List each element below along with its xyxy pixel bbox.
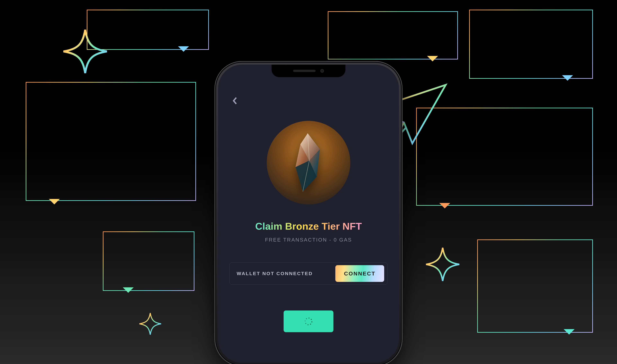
back-button[interactable] xyxy=(231,97,239,105)
wallet-status-text: WALLET NOT CONNECTED xyxy=(237,271,313,276)
sparkle-icon xyxy=(424,246,461,283)
speech-bubble-icon xyxy=(477,239,593,333)
bronze-crystal-icon xyxy=(288,132,329,193)
chevron-left-icon xyxy=(232,97,238,105)
loading-spinner-icon xyxy=(305,318,312,325)
speech-bubble-icon xyxy=(103,231,194,291)
page-subtitle: FREE TRANSACTION - 0 GAS xyxy=(218,237,399,243)
speech-bubble-icon xyxy=(26,82,196,201)
claim-button-loading[interactable] xyxy=(283,311,334,332)
sparkle-icon xyxy=(61,27,109,76)
front-camera xyxy=(320,69,324,73)
wallet-status-row: WALLET NOT CONNECTED CONNECT xyxy=(229,262,388,285)
phone-frame: Claim Bronze Tier NFT FREE TRANSACTION -… xyxy=(215,61,402,364)
phone-screen: Claim Bronze Tier NFT FREE TRANSACTION -… xyxy=(218,65,399,363)
speaker-grille xyxy=(293,70,316,72)
page-title: Claim Bronze Tier NFT xyxy=(218,221,399,232)
speech-bubble-icon xyxy=(416,108,593,206)
speech-bubble-icon xyxy=(87,10,209,50)
speech-bubble-icon xyxy=(469,10,593,79)
nft-badge xyxy=(267,121,350,204)
connect-wallet-button[interactable]: CONNECT xyxy=(335,265,384,282)
phone-notch xyxy=(271,65,346,77)
speech-bubble-icon xyxy=(328,11,458,59)
sparkle-icon xyxy=(138,312,162,336)
